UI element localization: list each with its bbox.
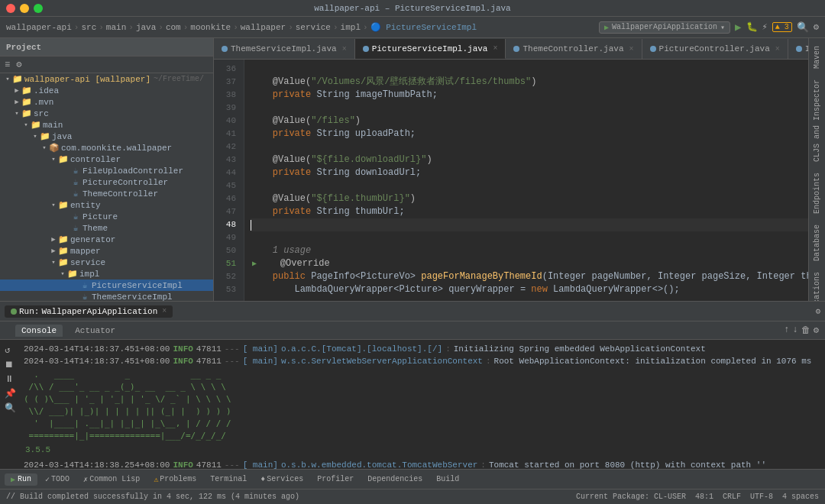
breadcrumb-com[interactable]: com <box>166 23 181 32</box>
navbar: wallpaper-api › src › main › java › com … <box>0 17 825 38</box>
tree-item-idea[interactable]: ▶ 📁 .idea <box>0 85 213 96</box>
clear-console-icon[interactable]: 🗑 <box>801 325 810 336</box>
tree-item-controller[interactable]: ▾ 📁 controller <box>0 153 213 165</box>
tab-pictureserviceimpl[interactable]: PictureServiceImpl.java × <box>355 39 506 59</box>
breadcrumb-src[interactable]: src <box>81 23 96 32</box>
stop-icon[interactable]: ⏹ <box>5 359 16 370</box>
todo-tab[interactable]: ✓ TODO <box>39 473 76 486</box>
tree-item-fileuploadcontroller[interactable]: ▶ ☕ FileUploadController <box>0 165 213 176</box>
traffic-light-red[interactable] <box>6 4 15 13</box>
services-tab[interactable]: ♦ Services <box>254 473 309 485</box>
console-content[interactable]: ↺ ⏹ ⏸ 📌 🔍 2024-03-14T14:18:37.451+08:00 … <box>0 340 825 469</box>
run-label: Run: <box>19 307 39 316</box>
right-tab-maven[interactable]: Maven <box>811 41 823 73</box>
traffic-light-yellow[interactable] <box>20 4 29 13</box>
tree-item-com-moonkite[interactable]: ▾ 📦 com.moonkite.wallpaper <box>0 142 213 153</box>
tree-item-theme[interactable]: ▶ ☕ Theme <box>0 222 213 234</box>
pause-icon[interactable]: ⏸ <box>5 373 16 385</box>
tree-item-impl[interactable]: ▾ 📁 impl <box>0 268 213 279</box>
run-app-label: WallpaperApiApplication <box>41 307 157 316</box>
bottom-tab-run[interactable]: Run: WallpaperApiApplication × <box>5 305 173 318</box>
profiler-tab[interactable]: Profiler <box>311 473 360 485</box>
right-tab-notifications[interactable]: Notifications <box>811 267 823 301</box>
tree-item-themeserviceimpl[interactable]: ▶ ☕ ThemeServiceImpl <box>0 291 213 301</box>
bottom-tabbar: Run: WallpaperApiApplication × ⚙ <box>0 302 825 321</box>
code-line-37: @Value("/Volumes/风景/壁纸拯救者测试/files/thumbs… <box>251 76 808 89</box>
breadcrumb-impl[interactable]: impl <box>341 23 361 32</box>
breadcrumb-java[interactable]: java <box>136 23 156 32</box>
run-config-select[interactable]: ▶ WallpaperApiApplication ▾ <box>599 21 730 34</box>
profile-button[interactable]: ⚡ <box>762 21 768 33</box>
titlebar: wallpaper-api – PictureServiceImpl.java <box>0 0 825 17</box>
tab-themecontroller[interactable]: ThemeController.java × <box>506 39 642 59</box>
line-numbers: 36 37 38 39 40 41 42 43 44 45 46 47 48 4… <box>214 60 244 301</box>
settings-icon[interactable]: ⚙ <box>814 325 819 336</box>
right-tab-endpoints[interactable]: Endpoints <box>811 168 823 218</box>
tab-picturecontroller[interactable]: PictureController.java × <box>642 39 788 59</box>
tab-label-themeserviceimpl: ThemeServiceImpl.java <box>231 44 337 53</box>
tree-item-service[interactable]: ▾ 📁 service <box>0 257 213 268</box>
breadcrumb-wallpaper-api[interactable]: wallpaper-api <box>6 23 72 32</box>
breadcrumb-main[interactable]: main <box>106 23 126 32</box>
tree-item-entity[interactable]: ▾ 📁 entity <box>0 199 213 211</box>
line-ending: CRLF <box>723 493 741 501</box>
restart-icon[interactable]: ↺ <box>5 344 16 356</box>
tree-item-themecontroller[interactable]: ▶ ☕ ThemeController <box>0 188 213 199</box>
scroll-down-icon[interactable]: ↓ <box>793 325 798 336</box>
tree-item-mvn[interactable]: ▶ 📁 .mvn <box>0 96 213 108</box>
console-tab[interactable]: Console <box>15 325 63 337</box>
sidebar-header: Project <box>0 38 213 57</box>
sidebar-header-title: Project <box>6 43 41 52</box>
breadcrumb-wallpaper[interactable]: wallpaper <box>241 23 286 32</box>
code-line-42 <box>251 141 808 153</box>
notification-badge[interactable]: ▲ 3 <box>772 22 792 32</box>
run-tab[interactable]: ▶ Run <box>5 473 37 486</box>
actuator-tab[interactable]: Actuator <box>69 325 121 337</box>
code-editor[interactable]: 36 37 38 39 40 41 42 43 44 45 46 47 48 4… <box>214 60 808 301</box>
search-button[interactable]: 🔍 <box>797 21 809 34</box>
tab-themeserviceimpl[interactable]: ThemeServiceImpl.java × <box>214 39 355 59</box>
breadcrumb-service[interactable]: service <box>296 23 331 32</box>
problems-tab[interactable]: ⚠ Problems <box>147 473 202 486</box>
breadcrumb-moonkite[interactable]: moonkite <box>190 23 231 32</box>
bottom-app-tabbar: ▶ Run ✓ TODO ✗ Common Lisp ⚠ Problems Te… <box>0 469 825 489</box>
code-line-40: @Value("/files") <box>251 115 808 128</box>
build-tab[interactable]: Build <box>430 473 465 485</box>
run-button[interactable]: ▶ <box>735 21 741 34</box>
pin-icon[interactable]: 📌 <box>5 388 16 399</box>
tree-item-java[interactable]: ▾ 📁 java <box>0 131 213 142</box>
log-lines: 2024-03-14T14:18:37.451+08:00 INFO 47811… <box>24 343 822 466</box>
tree-item-root[interactable]: ▾ 📁 wallpaper-api [wallpaper] ~/FreeTime… <box>0 73 213 85</box>
sidebar-toolbar-settings[interactable]: ⚙ <box>15 58 23 71</box>
cursor-position: 48:1 <box>695 493 713 501</box>
console-left-toolbar: ↺ ⏹ ⏸ 📌 🔍 <box>3 343 18 466</box>
bottom-panel: Run: WallpaperApiApplication × ⚙ Console… <box>0 301 825 469</box>
right-tab-database[interactable]: Database <box>811 220 823 266</box>
debug-button[interactable]: 🐛 <box>746 21 758 33</box>
tree-item-picturecontroller[interactable]: ▶ ☕ PictureController <box>0 176 213 188</box>
dependencies-tab[interactable]: Dependencies <box>361 473 429 485</box>
code-line-46: @Value("${file.thumbUrl}") <box>251 192 808 205</box>
filter-icon[interactable]: 🔍 <box>5 402 16 414</box>
bottom-settings-button[interactable]: ⚙ <box>815 306 820 316</box>
sidebar-toolbar-collapse[interactable]: ≡ <box>3 59 11 71</box>
tab-label-picturecontroller: PictureController.java <box>659 44 770 53</box>
close-run-icon[interactable]: × <box>162 307 167 315</box>
tree-item-src[interactable]: ▾ 📁 src <box>0 108 213 119</box>
breadcrumb-pictureserviceimpl[interactable]: 🔵 PictureServiceImpl <box>370 22 477 32</box>
code-content[interactable]: @Value("/Volumes/风景/壁纸拯救者测试/files/thumbs… <box>244 60 808 301</box>
tree-item-generator[interactable]: ▶ 📁 generator <box>0 234 213 245</box>
common-lisp-tab[interactable]: ✗ Common Lisp <box>77 473 146 486</box>
right-tab-cljs[interactable]: CLJS and Inspector <box>811 75 823 166</box>
console-toolbar: ↑ ↓ 🗑 ⚙ <box>784 325 819 336</box>
tree-item-main[interactable]: ▾ 📁 main <box>0 119 213 131</box>
scroll-up-icon[interactable]: ↑ <box>784 325 789 336</box>
editor-area: ThemeServiceImpl.java × PictureServiceIm… <box>214 38 808 301</box>
tree-item-mapper[interactable]: ▶ 📁 mapper <box>0 245 213 257</box>
terminal-tab[interactable]: Terminal <box>204 473 253 485</box>
traffic-light-green[interactable] <box>34 4 43 13</box>
tree-item-pictureserviceimpl[interactable]: ▶ ☕ PictureServiceImpl <box>0 279 213 291</box>
tab-imageutil[interactable]: ImageUtil.java × <box>788 39 808 59</box>
tree-item-picture[interactable]: ▶ ☕ Picture <box>0 211 213 222</box>
settings-button[interactable]: ⚙ <box>814 21 819 33</box>
